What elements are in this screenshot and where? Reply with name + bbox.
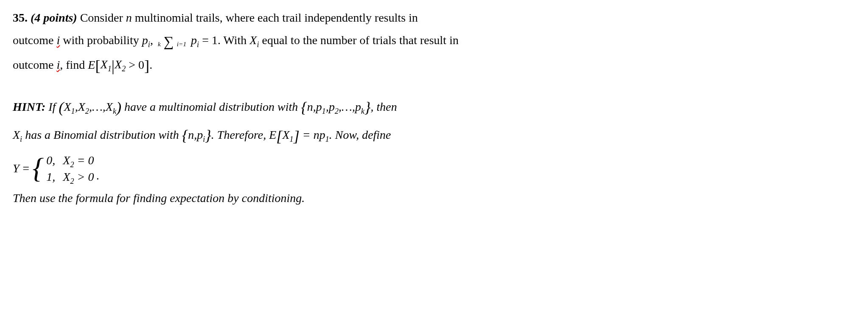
pk: pk xyxy=(355,100,364,113)
sum-lower: i=1 xyxy=(177,40,186,48)
hint-line-3: Y = { 0, X2 = 0 1, X2 > 0 . xyxy=(13,152,855,185)
case-period: . xyxy=(96,166,99,185)
problem-line-3: outcome i, find E[X1|X2 > 0]. xyxy=(13,53,855,78)
case-val: 1, xyxy=(46,168,55,185)
case-cond: X2 = 0 xyxy=(63,152,94,168)
n: n xyxy=(307,100,313,113)
right-bracket-icon: ] xyxy=(294,128,300,145)
brace-r-icon: } xyxy=(364,99,371,116)
conditional-bar-icon: | xyxy=(112,57,115,74)
cases-group: { 0, X2 = 0 1, X2 > 0 xyxy=(32,152,94,185)
case-cond: X2 > 0 xyxy=(63,168,94,185)
text: with probability xyxy=(60,34,142,47)
problem-block: 35. (4 points) Consider n multinomial tr… xyxy=(13,8,855,78)
case-row-1: 1, X2 > 0 xyxy=(46,168,94,185)
sum-upper: k xyxy=(158,40,161,48)
problem-number: 35. xyxy=(13,11,28,24)
large-brace-icon: { xyxy=(32,157,44,180)
text: . Therefore, xyxy=(211,128,269,141)
var-n: n xyxy=(126,11,132,24)
sigma-icon: ∑ xyxy=(164,34,174,49)
X1: X1 xyxy=(101,58,112,71)
brace-l-icon: { xyxy=(301,99,307,116)
hint-line-1: HINT: If (X1,X2,…,Xk) have a multinomial… xyxy=(13,95,855,120)
gt-zero: > 0 xyxy=(126,58,144,71)
text: have a multinomial distribution with xyxy=(121,100,301,113)
text: If xyxy=(48,100,59,113)
hint-line-2: Xi has a Binomial distribution with {n,p… xyxy=(13,123,855,149)
case-row-0: 0, X2 = 0 xyxy=(46,152,94,168)
paren-r-icon: ) xyxy=(116,99,121,116)
brace-l-icon: { xyxy=(182,127,188,144)
E: E xyxy=(269,128,276,141)
comma: , xyxy=(75,100,78,113)
X2: X2 xyxy=(115,58,126,71)
eq-np1: = np1 xyxy=(300,128,329,141)
left-bracket-icon: [ xyxy=(276,128,282,145)
dots: ,…, xyxy=(339,100,355,113)
text: , xyxy=(150,34,156,47)
p2: p2 xyxy=(329,100,339,113)
points-label: (4 points) xyxy=(31,11,77,24)
text: , find xyxy=(60,58,88,71)
right-bracket-icon: ] xyxy=(144,57,149,74)
comma: , xyxy=(313,100,316,113)
left-bracket-icon: [ xyxy=(95,57,100,74)
p1: p1 xyxy=(316,100,326,113)
cases: 0, X2 = 0 1, X2 > 0 xyxy=(46,152,94,185)
summation: k ∑ i=1 xyxy=(158,34,186,49)
text: outcome xyxy=(13,34,56,47)
var-Xi: Xi xyxy=(249,34,259,47)
hint-block: HINT: If (X1,X2,…,Xk) have a multinomial… xyxy=(13,95,855,208)
text: outcome xyxy=(13,58,56,71)
text: multinomial trails, where each trail ind… xyxy=(132,11,418,24)
hint-label: HINT: xyxy=(13,100,45,113)
problem-line-2: outcome i with probability pi, k ∑ i=1 p… xyxy=(13,31,855,50)
problem-line-1: 35. (4 points) Consider n multinomial tr… xyxy=(13,8,855,28)
text: Consider xyxy=(80,11,126,24)
var-pi: pi xyxy=(142,34,150,47)
period: . xyxy=(149,58,152,71)
equals: = xyxy=(22,159,30,178)
Xi: Xi xyxy=(13,128,22,141)
comma: , xyxy=(326,100,329,113)
text: , then xyxy=(371,100,397,113)
X1: X1 xyxy=(64,100,75,113)
case-val: 0, xyxy=(46,152,55,168)
text: . Now, define xyxy=(329,128,391,141)
hint-line-4: Then use the formula for finding expecta… xyxy=(13,189,855,208)
brace-r-icon: } xyxy=(205,127,211,144)
Xk: Xk xyxy=(106,100,116,113)
text: equal to the number of trials that resul… xyxy=(259,34,458,47)
text: has a Binomial distribution with xyxy=(22,128,182,141)
X2: X2 xyxy=(78,100,89,113)
text: . With xyxy=(218,34,249,47)
paren-l-icon: ( xyxy=(59,99,64,116)
dots: ,…, xyxy=(89,100,106,113)
sum-eq: = 1 xyxy=(199,34,218,47)
Y-var: Y xyxy=(13,159,20,178)
n: n xyxy=(188,128,194,141)
X1: X1 xyxy=(282,128,293,141)
expectation-E: E xyxy=(88,58,95,71)
sum-body: pi xyxy=(191,34,199,47)
pi: pi xyxy=(197,128,205,141)
